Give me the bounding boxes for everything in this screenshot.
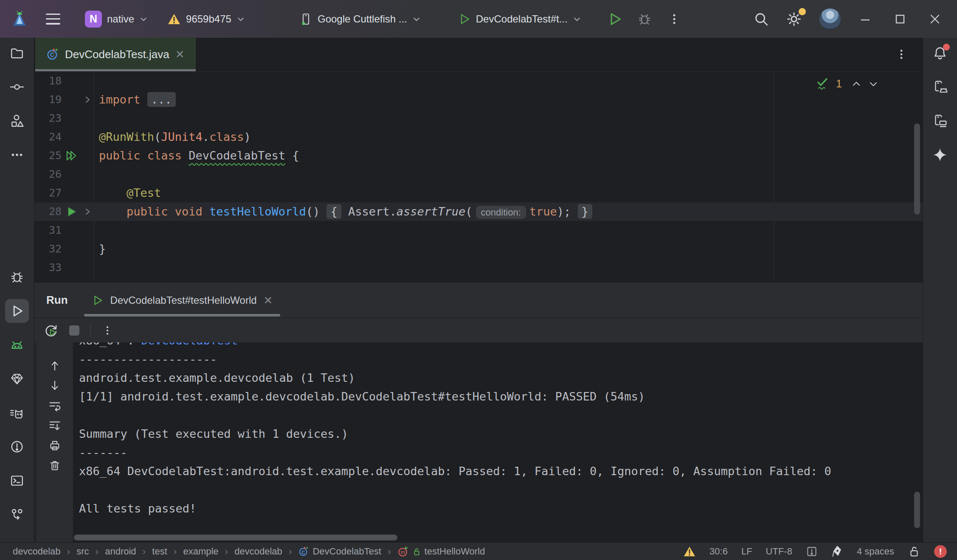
close-run-tab-icon[interactable]: ✕ bbox=[264, 295, 273, 306]
exclamation-box-icon[interactable] bbox=[806, 546, 818, 557]
gutter-run-column[interactable] bbox=[62, 146, 81, 165]
code-line[interactable]: 33 bbox=[34, 258, 923, 277]
run-button[interactable] bbox=[608, 12, 622, 26]
file-encoding[interactable]: UTF-8 bbox=[766, 546, 792, 557]
console-horizontal-scrollbar[interactable] bbox=[74, 535, 397, 540]
more-tool-windows-icon[interactable] bbox=[5, 143, 29, 167]
console-output[interactable]: x86_64 : DevCodelabTest-----------------… bbox=[73, 342, 923, 542]
gutter-run-column[interactable] bbox=[62, 202, 81, 221]
line-number[interactable]: 24 bbox=[34, 128, 62, 146]
line-number[interactable]: 32 bbox=[34, 240, 62, 258]
line-ending[interactable]: LF bbox=[741, 546, 752, 557]
caret-position[interactable]: 30:6 bbox=[709, 546, 728, 557]
breadcrumb-item[interactable]: src bbox=[76, 546, 89, 557]
problems-icon[interactable] bbox=[5, 435, 29, 459]
line-number[interactable]: 27 bbox=[34, 184, 62, 202]
breadcrumb-item[interactable]: devcodelab bbox=[234, 546, 282, 557]
warning-triangle-icon[interactable] bbox=[683, 545, 696, 558]
previous-problem-chevron-icon[interactable] bbox=[851, 79, 861, 89]
project-selector[interactable]: N native bbox=[79, 7, 154, 31]
line-number[interactable]: 25 bbox=[34, 146, 62, 165]
breadcrumb-item[interactable]: android bbox=[105, 546, 136, 557]
java-class-icon: C bbox=[298, 546, 309, 557]
rerun-icon[interactable] bbox=[44, 323, 58, 338]
git-graph-icon[interactable] bbox=[5, 503, 29, 526]
breadcrumb-item[interactable]: test bbox=[152, 546, 167, 557]
scroll-up-icon[interactable] bbox=[48, 359, 61, 372]
indent-size[interactable]: 4 spaces bbox=[857, 546, 894, 557]
next-problem-chevron-icon[interactable] bbox=[868, 79, 878, 89]
scroll-to-end-icon[interactable] bbox=[48, 419, 61, 432]
maximize-button[interactable] bbox=[888, 0, 912, 38]
code-line[interactable]: 31 bbox=[34, 221, 923, 240]
code-line[interactable]: 18 bbox=[34, 72, 923, 90]
code-editor[interactable]: 1819import ...2324@RunWith(JUnit4.class)… bbox=[34, 72, 923, 282]
console-vertical-scrollbar[interactable] bbox=[914, 492, 920, 528]
code-line[interactable]: 26 bbox=[34, 165, 923, 184]
scroll-down-icon[interactable] bbox=[48, 379, 61, 392]
close-window-button[interactable] bbox=[923, 0, 947, 38]
android-icon[interactable] bbox=[5, 333, 29, 357]
run-configuration-name: DevCodelabTest#t... bbox=[476, 13, 568, 25]
debug-tool-icon[interactable] bbox=[5, 265, 29, 289]
run-configuration-selector[interactable]: DevCodelabTest#t... bbox=[452, 9, 587, 29]
code-line[interactable]: 24@RunWith(JUnit4.class) bbox=[34, 128, 923, 146]
unlock-icon[interactable] bbox=[908, 545, 920, 558]
run-options-kebab-icon[interactable] bbox=[102, 324, 113, 337]
breadcrumb-item[interactable]: example bbox=[183, 546, 218, 557]
terminal-icon[interactable] bbox=[5, 469, 29, 493]
breadcrumb-item[interactable]: CDevCodelabTest bbox=[298, 546, 381, 557]
breadcrumb-item[interactable]: mtestHelloWorld bbox=[397, 546, 485, 557]
line-number[interactable]: 26 bbox=[34, 165, 62, 184]
avatar[interactable] bbox=[819, 8, 841, 30]
line-number[interactable]: 28 bbox=[34, 202, 62, 221]
console-link[interactable]: DevCodelabTest bbox=[141, 342, 238, 347]
logcat-icon[interactable] bbox=[5, 401, 29, 425]
clear-console-trash-icon[interactable] bbox=[48, 459, 61, 472]
line-number[interactable]: 18 bbox=[34, 72, 62, 90]
structure-icon[interactable] bbox=[5, 109, 29, 133]
line-number[interactable]: 19 bbox=[34, 90, 62, 109]
code-line[interactable]: 27 @Test bbox=[34, 184, 923, 202]
inspection-widget[interactable]: 1 bbox=[816, 77, 878, 91]
code-line[interactable]: 32} bbox=[34, 240, 923, 258]
phone-device-icon bbox=[299, 12, 312, 26]
vcs-branch-selector[interactable]: 9659b475 bbox=[161, 9, 251, 29]
error-badge[interactable]: ! bbox=[934, 545, 947, 558]
layout-inspector-icon[interactable] bbox=[928, 109, 952, 133]
print-icon[interactable] bbox=[48, 439, 61, 452]
settings-gear-icon[interactable] bbox=[785, 11, 802, 28]
gemini-sparkle-icon[interactable] bbox=[928, 143, 952, 167]
tab-options-kebab-icon[interactable] bbox=[895, 47, 907, 62]
breadcrumb-item[interactable]: devcodelab bbox=[13, 546, 61, 557]
search-icon[interactable] bbox=[753, 11, 769, 27]
code-line[interactable]: 28 public void testHelloWorld() { Assert… bbox=[34, 202, 923, 221]
editor-scrollbar[interactable] bbox=[914, 123, 920, 215]
highlighting-pen-icon[interactable] bbox=[831, 545, 843, 558]
line-number[interactable]: 31 bbox=[34, 221, 62, 240]
console-line: android.test.example.devcodelab (1 Test) bbox=[79, 369, 923, 387]
gutter-fold-column[interactable] bbox=[81, 90, 94, 109]
commit-icon[interactable] bbox=[5, 75, 29, 99]
stop-button[interactable] bbox=[69, 325, 79, 336]
gutter-fold-column[interactable] bbox=[81, 202, 94, 221]
code-line[interactable]: 25public class DevCodelabTest { bbox=[34, 146, 923, 165]
code-line[interactable]: 19import ... bbox=[34, 90, 923, 109]
run-tool-icon[interactable] bbox=[5, 299, 29, 323]
main-menu-icon[interactable] bbox=[46, 14, 60, 25]
device-selector[interactable]: Google Cuttlefish ... bbox=[293, 9, 427, 29]
project-icon[interactable] bbox=[5, 41, 29, 65]
running-devices-icon[interactable] bbox=[928, 75, 952, 99]
line-number[interactable]: 23 bbox=[34, 109, 62, 128]
minimize-button[interactable] bbox=[853, 0, 877, 38]
more-actions-kebab-icon[interactable] bbox=[668, 12, 681, 26]
app-quality-insights-icon[interactable] bbox=[5, 367, 29, 391]
soft-wrap-icon[interactable] bbox=[48, 399, 61, 412]
notifications-bell-icon[interactable] bbox=[928, 41, 952, 65]
debug-button[interactable] bbox=[637, 12, 652, 26]
tab-devcodelabtest-java[interactable]: C DevCodelabTest.java ✕ bbox=[35, 38, 196, 71]
run-tab[interactable]: DevCodelabTest#testHelloWorld ✕ bbox=[82, 283, 283, 318]
close-tab-icon[interactable]: ✕ bbox=[175, 49, 185, 60]
code-line[interactable]: 23 bbox=[34, 109, 923, 128]
line-number[interactable]: 33 bbox=[34, 258, 62, 277]
